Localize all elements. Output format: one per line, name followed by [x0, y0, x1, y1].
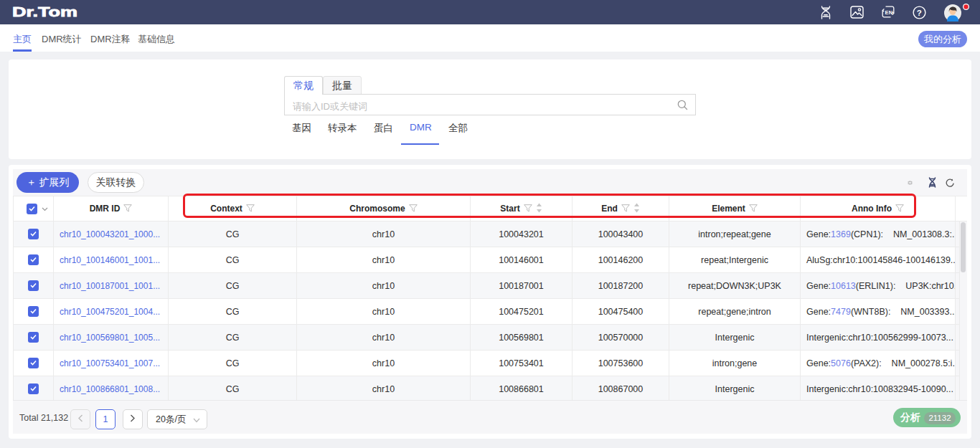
svg-text:Dr.Tom: Dr.Tom [12, 5, 77, 19]
svg-text:?: ? [917, 9, 922, 17]
svg-text:EN: EN [885, 9, 892, 16]
